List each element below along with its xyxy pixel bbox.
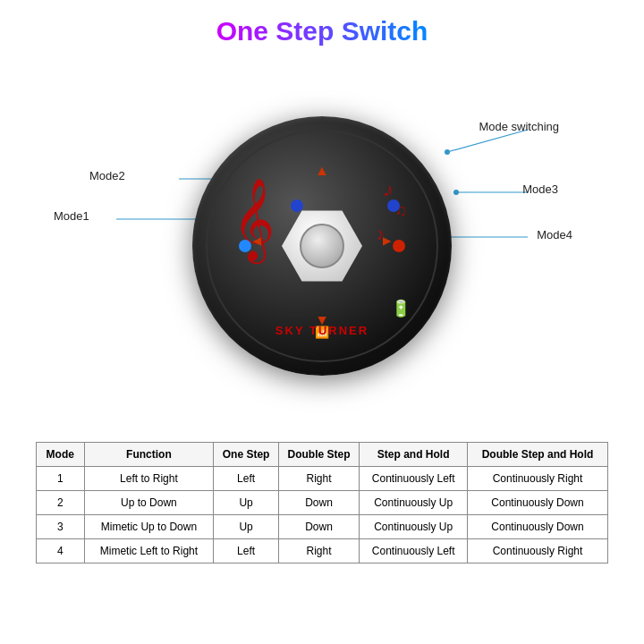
svg-point-3 (453, 190, 459, 195)
table-cell: Right (278, 467, 360, 491)
header-double-step-hold: Double Step and Hold (468, 443, 608, 467)
arrow-left-icon: ▲ (249, 234, 265, 249)
table-row: 2Up to DownUpDownContinuously UpContinuo… (37, 491, 608, 515)
modes-table: Mode Function One Step Double Step Step … (36, 442, 608, 564)
title-section: One Step Switch (0, 0, 644, 54)
table-cell: Left (214, 539, 278, 564)
table-cell: Continuously Down (468, 515, 608, 539)
table-cell: 2 (37, 491, 85, 515)
table-cell: 3 (37, 515, 85, 539)
brand-label: SKY TURNER (275, 324, 369, 337)
mode2-label: Mode2 (89, 167, 125, 183)
mode1-label: Mode1 (54, 208, 89, 224)
table-cell: Up (214, 515, 278, 539)
table-cell: Up to Down (84, 491, 214, 515)
svg-point-1 (445, 149, 450, 155)
table-cell: Continuously Up (360, 491, 468, 515)
table-cell: Continuously Right (468, 467, 608, 491)
table-row: 3Mimetic Up to DownUpDownContinuously Up… (37, 515, 608, 539)
table-cell: Right (278, 539, 360, 564)
mode3-indicator (387, 199, 400, 212)
table-cell: Mimetic Up to Down (84, 515, 214, 539)
arrow-right-icon: ▲ (379, 234, 395, 249)
mode4-label: Mode4 (537, 226, 572, 242)
table-cell: Continuously Right (468, 539, 608, 564)
mode3-label: Mode3 (522, 181, 558, 197)
button-inner (300, 224, 344, 268)
header-one-step: One Step (214, 443, 278, 467)
table-cell: Continuously Left (360, 467, 468, 491)
table-cell: Continuously Up (360, 515, 468, 539)
table-cell: Down (278, 491, 360, 515)
table-cell: 1 (37, 467, 85, 491)
table-cell: Up (214, 491, 278, 515)
header-double-step: Double Step (278, 443, 360, 467)
table-section: Mode Function One Step Double Step Step … (0, 442, 644, 564)
device-section: 𝄞 ♪ ♫ ♪ ▲ ▲ ▲ ▲ 🔋 📶 SKY TURNER M (0, 54, 644, 438)
table-cell: Mimetic Left to Right (84, 539, 214, 564)
table-row: 1Left to RightLeftRightContinuously Left… (37, 467, 608, 491)
hex-button[interactable] (282, 206, 362, 286)
mode-switching-label: Mode switching (479, 118, 559, 134)
table-row: 4Mimetic Left to RightLeftRightContinuou… (37, 539, 608, 564)
header-step-hold: Step and Hold (360, 443, 468, 467)
device-body: 𝄞 ♪ ♫ ♪ ▲ ▲ ▲ ▲ 🔋 📶 SKY TURNER (192, 116, 452, 376)
table-cell: Left (214, 467, 278, 491)
header-function: Function (84, 443, 214, 467)
table-header-row: Mode Function One Step Double Step Step … (37, 443, 608, 467)
table-cell: 4 (37, 539, 85, 564)
table-cell: Continuously Left (360, 539, 468, 564)
table-cell: Continuously Down (468, 491, 608, 515)
battery-icon: 🔋 (391, 299, 411, 318)
page-title: One Step Switch (216, 16, 428, 46)
table-cell: Down (278, 515, 360, 539)
header-mode: Mode (37, 443, 85, 467)
arrow-up-icon: ▲ (315, 163, 329, 179)
center-button[interactable] (282, 206, 362, 286)
table-cell: Left to Right (84, 467, 214, 491)
